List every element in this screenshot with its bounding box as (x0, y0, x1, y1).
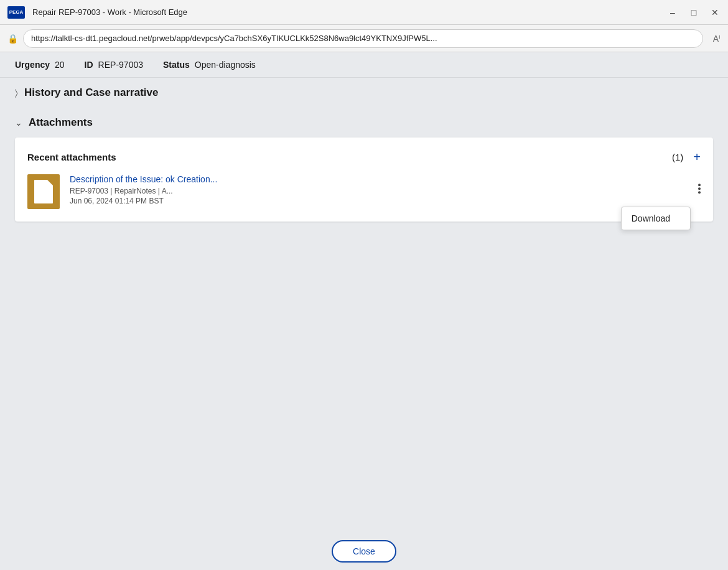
attachment-info: Description of the Issue: ok Creation...… (70, 174, 701, 205)
attachment-date: Jun 06, 2024 01:14 PM BST (70, 197, 701, 205)
id-label: ID (85, 60, 93, 70)
recent-attachments-title: Recent attachments (27, 152, 116, 162)
browser-titlebar: PEGA Repair REP-97003 - Work - Microsoft… (0, 0, 728, 25)
history-section-header[interactable]: 〉 History and Case narrative (0, 78, 728, 108)
urgency-value: 20 (55, 60, 65, 70)
address-bar: 🔒 https://talktl-cs-dt1.pegacloud.net/pr… (0, 25, 728, 52)
id-field: ID REP-97003 (85, 60, 143, 70)
status-label: Status (163, 60, 190, 70)
attachment-meta: REP-97003 | RepairNotes | A... (70, 187, 701, 195)
attachments-card: Recent attachments (1) + Description of … (15, 138, 713, 222)
urgency-label: Urgency (15, 60, 50, 70)
dot-1 (698, 184, 701, 186)
attachment-title-link[interactable]: Description of the Issue: ok Creation... (70, 174, 701, 184)
attachments-panel: Recent attachments (1) + Description of … (0, 138, 728, 236)
header-bar: Urgency 20 ID REP-97003 Status Open-diag… (0, 52, 728, 78)
doc-inner (34, 180, 53, 203)
id-value: REP-97003 (98, 60, 143, 70)
page-content: Urgency 20 ID REP-97003 Status Open-diag… (0, 52, 728, 236)
history-chevron-icon: 〉 (15, 88, 18, 98)
attachments-section-title: Attachments (29, 116, 93, 129)
attachments-section-header[interactable]: ⌄ Attachments (0, 108, 728, 138)
url-path: /prweb/app/devpcs/yCa7bchSX6yTIKUCLKk52S… (150, 34, 437, 43)
attachments-count-add: (1) + (672, 150, 701, 164)
doc-fold (47, 180, 53, 185)
restore-button[interactable]: □ (688, 7, 699, 18)
url-prefix: https://talktl-cs-dt1.pegacloud.net (31, 34, 150, 43)
close-button[interactable]: Close (332, 540, 396, 563)
attachment-item: Description of the Issue: ok Creation...… (27, 174, 701, 209)
window-controls: – □ ✕ (667, 7, 721, 18)
attachments-count: (1) (672, 152, 683, 162)
attachment-file-icon (27, 174, 60, 209)
history-section-title: History and Case narrative (24, 86, 158, 99)
attachment-more-button[interactable] (698, 184, 701, 194)
minimize-button[interactable]: – (667, 7, 678, 18)
close-button[interactable]: ✕ (709, 7, 721, 18)
download-dropdown: Download (621, 207, 691, 230)
address-input[interactable]: https://talktl-cs-dt1.pegacloud.net/prwe… (23, 29, 703, 48)
lock-icon: 🔒 (7, 34, 18, 44)
pega-logo: PEGA (7, 6, 25, 19)
download-option[interactable]: Download (622, 207, 690, 230)
browser-title: Repair REP-97003 - Work - Microsoft Edge (32, 7, 660, 17)
reader-icon[interactable]: Aᴵ (713, 34, 721, 44)
add-attachment-button[interactable]: + (693, 150, 701, 164)
status-value: Open-diagnosis (195, 60, 256, 70)
attachments-chevron-icon: ⌄ (15, 118, 22, 128)
dot-2 (698, 187, 701, 190)
urgency-field: Urgency 20 (15, 60, 65, 70)
attachments-card-header: Recent attachments (1) + (27, 150, 701, 164)
dot-3 (698, 191, 701, 194)
bottom-bar: Close (0, 533, 728, 570)
status-field: Status Open-diagnosis (163, 60, 256, 70)
